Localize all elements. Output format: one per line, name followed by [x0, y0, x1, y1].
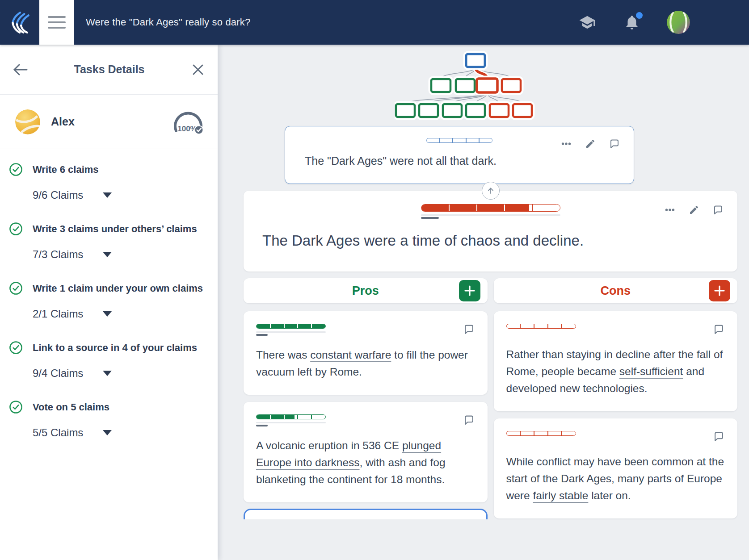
- task-count: 9/4 Claims: [33, 367, 83, 380]
- go-to-parent-button[interactable]: [482, 182, 500, 200]
- chevron-down-icon: [103, 192, 112, 198]
- task-title: Link to a source in 4 of your claims: [33, 342, 197, 354]
- task-complete-icon: [9, 341, 23, 355]
- hamburger-menu-icon[interactable]: [48, 16, 66, 29]
- progress-gauge: 100%: [169, 109, 207, 135]
- task-count-toggle[interactable]: 5/5 Claims: [33, 426, 209, 439]
- cons-label: Cons: [601, 284, 631, 298]
- edit-pencil-icon[interactable]: [688, 204, 700, 216]
- chevron-down-icon: [103, 252, 112, 257]
- new-claim-editor[interactable]: [244, 509, 488, 519]
- comment-icon[interactable]: [463, 414, 475, 426]
- pros-label: Pros: [352, 284, 379, 298]
- cons-column: Cons Rather than staying in decline afte…: [494, 278, 738, 518]
- more-options-icon[interactable]: [664, 204, 676, 216]
- source-link[interactable]: self-sufficient: [619, 365, 683, 377]
- close-icon: [192, 64, 204, 75]
- con-claim-text: While conflict may have been common at t…: [506, 453, 725, 504]
- selected-claim-card[interactable]: The Dark Ages were a time of chaos and d…: [244, 191, 737, 272]
- school-cap-icon[interactable]: [577, 13, 597, 32]
- comment-icon[interactable]: [713, 431, 725, 443]
- task-title: Vote on 5 claims: [33, 401, 109, 413]
- task-complete-icon: [9, 163, 23, 176]
- task-count: 9/6 Claims: [33, 189, 83, 201]
- task-count: 7/3 Claims: [33, 248, 83, 261]
- pro-claim-text: A volcanic eruption in 536 CE plunged Eu…: [256, 437, 475, 488]
- task-count-toggle[interactable]: 9/4 Claims: [33, 367, 209, 380]
- comment-icon[interactable]: [609, 138, 620, 150]
- claim-vote-bar[interactable]: [421, 204, 560, 212]
- task-title: Write 1 claim under your own claims: [33, 283, 203, 294]
- pros-column: Pros There was constant warfare to: [244, 278, 488, 519]
- tasks-panel: Tasks Details Alex 100%: [0, 45, 218, 560]
- arrow-up-icon: [486, 186, 495, 195]
- task-title: Write 6 claims: [33, 164, 99, 176]
- chevron-down-icon: [103, 311, 112, 317]
- more-options-icon[interactable]: [560, 138, 572, 150]
- close-button[interactable]: [188, 60, 208, 79]
- add-con-button[interactable]: [709, 280, 730, 301]
- task-count-toggle[interactable]: 9/6 Claims: [33, 189, 209, 201]
- task-count: 2/1 Claims: [33, 308, 83, 320]
- kialo-logo-icon: [8, 10, 32, 34]
- chevron-down-icon: [103, 371, 112, 376]
- user-avatar[interactable]: [667, 11, 690, 34]
- comment-icon[interactable]: [713, 324, 725, 335]
- back-button[interactable]: [11, 60, 30, 79]
- top-bar: Were the "Dark Ages" really so dark?: [0, 0, 749, 45]
- task-item: Write 3 claims under others’ claims 7/3 …: [9, 222, 209, 261]
- task-item: Write 1 claim under your own claims 2/1 …: [9, 281, 209, 320]
- task-item: Vote on 5 claims 5/5 Claims: [9, 400, 209, 439]
- task-title: Write 3 claims under others’ claims: [33, 223, 197, 235]
- user-progress-row: Alex 100%: [0, 95, 218, 149]
- task-count-toggle[interactable]: 2/1 Claims: [33, 308, 209, 320]
- user-name: Alex: [51, 115, 169, 128]
- task-count-toggle[interactable]: 7/3 Claims: [33, 248, 209, 261]
- source-link[interactable]: fairly stable: [533, 489, 588, 501]
- con-claim-card[interactable]: While conflict may have been common at t…: [494, 418, 738, 518]
- avatar: [15, 109, 40, 134]
- pros-header: Pros: [244, 278, 488, 303]
- menu-block: [39, 0, 74, 45]
- notifications-bell-icon[interactable]: [622, 13, 642, 32]
- panel-title: Tasks Details: [30, 63, 188, 76]
- comment-icon[interactable]: [463, 324, 475, 335]
- claim-text: The Dark Ages were a time of chaos and d…: [244, 219, 737, 249]
- minimap-thesis-node: [466, 54, 485, 67]
- task-item: Link to a source in 4 of your claims 9/4…: [9, 341, 209, 380]
- comment-icon[interactable]: [712, 204, 724, 216]
- pro-claim-card[interactable]: A volcanic eruption in 536 CE plunged Eu…: [244, 402, 488, 502]
- con-vote-bar[interactable]: [506, 431, 576, 436]
- task-complete-icon: [9, 400, 23, 414]
- minimap-active-node: [477, 79, 497, 92]
- pro-claim-card[interactable]: There was constant warfare to fill the p…: [244, 311, 488, 395]
- back-arrow-icon: [13, 63, 29, 77]
- con-claim-card[interactable]: Rather than staying in decline after the…: [494, 311, 738, 411]
- app-logo[interactable]: [0, 0, 39, 45]
- pro-vote-bar[interactable]: [256, 324, 326, 329]
- pro-vote-bar[interactable]: [256, 414, 326, 419]
- con-claim-text: Rather than staying in decline after the…: [506, 346, 725, 397]
- task-complete-icon: [9, 281, 23, 295]
- notification-dot: [636, 12, 643, 19]
- progress-value: 100%: [177, 125, 197, 133]
- thesis-vote-bar[interactable]: [426, 138, 492, 143]
- chevron-down-icon: [103, 430, 112, 435]
- thesis-card[interactable]: The "Dark Ages" were not all that dark.: [285, 126, 634, 184]
- source-link[interactable]: constant warfare: [310, 349, 391, 361]
- task-list: Write 6 claims 9/6 Claims Write 3 claims…: [0, 149, 218, 439]
- task-complete-icon: [9, 222, 23, 236]
- discussion-minimap[interactable]: [244, 51, 737, 125]
- con-vote-bar[interactable]: [506, 324, 576, 329]
- task-count: 5/5 Claims: [33, 426, 83, 439]
- vote-subdash: [421, 217, 439, 219]
- pro-claim-text: There was constant warfare to fill the p…: [256, 347, 475, 380]
- add-pro-button[interactable]: [459, 280, 480, 301]
- task-item: Write 6 claims 9/6 Claims: [9, 163, 209, 201]
- plus-icon: [714, 285, 725, 297]
- vote-subtrack: [421, 214, 560, 216]
- edit-pencil-icon[interactable]: [585, 138, 596, 150]
- discussion-title: Were the "Dark Ages" really so dark?: [86, 17, 577, 28]
- discussion-area: The "Dark Ages" were not all that dark.: [218, 45, 749, 560]
- cons-header: Cons: [494, 278, 738, 303]
